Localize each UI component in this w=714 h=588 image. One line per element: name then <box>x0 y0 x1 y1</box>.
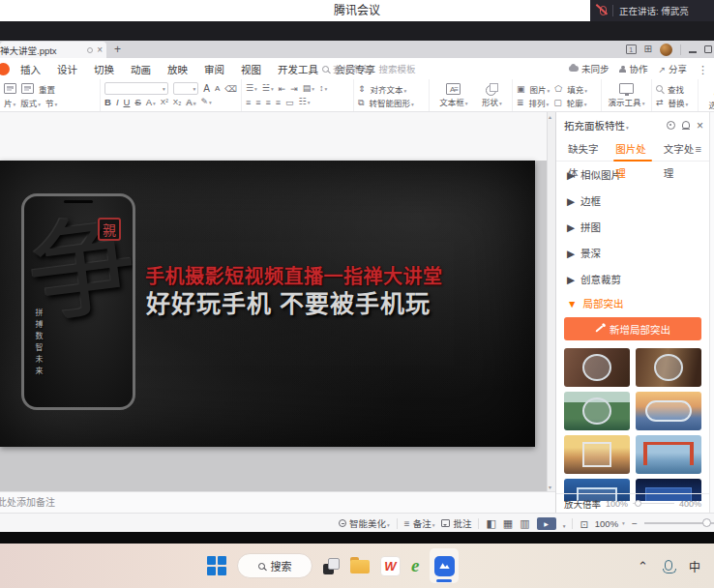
align-center-icon[interactable]: ≡ <box>255 98 260 107</box>
vertical-scrollbar[interactable] <box>547 112 555 491</box>
strikethrough-button[interactable]: S <box>134 97 140 107</box>
panel-title[interactable]: 拓充面板特性 <box>564 118 629 132</box>
tab-missing-fonts[interactable]: 缺失字体 <box>562 137 608 162</box>
zoom-percent[interactable]: 100% <box>595 518 625 529</box>
bold-button[interactable]: B <box>104 97 111 107</box>
magnify-slider[interactable] <box>633 503 674 505</box>
textbox-button[interactable]: 文本框 <box>439 81 467 109</box>
menu-animation[interactable]: 动画 <box>131 62 151 76</box>
line-spacing-icon[interactable]: ↕ <box>319 83 327 94</box>
picture-button[interactable]: 图片 <box>530 83 550 95</box>
add-local-highlight-button[interactable]: 新增局部突出 <box>564 317 701 340</box>
tray-mic-icon[interactable] <box>665 560 672 571</box>
comments-button[interactable]: 批注 <box>441 516 471 530</box>
justify-icon[interactable]: ≡ <box>276 98 281 107</box>
font-size-select[interactable] <box>173 82 198 95</box>
effect-sample-bridge[interactable] <box>636 435 701 474</box>
shapes-button[interactable]: 形状 <box>482 81 502 109</box>
fit-slide-icon[interactable] <box>580 514 587 532</box>
play-dropdown-icon[interactable] <box>563 514 566 532</box>
new-slide-button[interactable]: 片 <box>4 97 15 108</box>
slide-sorter-icon[interactable]: ▦ <box>503 517 513 529</box>
menu-transition[interactable]: 切换 <box>94 62 114 76</box>
font-color-button[interactable]: A <box>146 97 156 107</box>
effect-sample-coffee[interactable] <box>564 348 630 387</box>
zoom-out-button[interactable]: − <box>632 518 638 529</box>
page-view-icon[interactable] <box>626 44 637 54</box>
section-button[interactable]: 节 <box>45 97 57 108</box>
share-button[interactable]: 分享 <box>658 62 687 75</box>
tray-chevron-icon[interactable] <box>638 557 648 574</box>
outline-button[interactable]: 轮廓 <box>567 97 587 108</box>
new-tab-button[interactable]: + <box>114 43 121 56</box>
increase-font-button[interactable]: A <box>203 83 210 94</box>
reset-icon[interactable] <box>21 83 34 94</box>
effect-sample-skyline[interactable] <box>636 392 701 430</box>
section-creative-crop[interactable]: 创意裁剪 <box>556 266 709 292</box>
restore-button[interactable] <box>704 45 712 53</box>
align-left-icon[interactable]: ≡ <box>246 98 251 107</box>
clear-format-icon[interactable]: ⌫ <box>224 84 237 94</box>
menu-review[interactable]: 审阅 <box>204 62 224 76</box>
to-smartart-button[interactable]: 转智能图形 <box>369 97 413 108</box>
minimize-button[interactable] <box>689 51 697 52</box>
user-avatar[interactable] <box>660 44 672 56</box>
section-similar-images[interactable]: 相似图片 <box>556 162 709 188</box>
bullets-icon[interactable]: ☰ <box>246 83 257 94</box>
highlight-pen-icon[interactable]: ✎ <box>200 97 211 107</box>
replace-button[interactable]: 替换 <box>669 97 689 108</box>
find-button[interactable]: 查找 <box>668 83 684 95</box>
ime-indicator[interactable]: 中 <box>689 558 700 574</box>
underline-button[interactable]: U <box>124 97 131 107</box>
menu-design[interactable]: 设计 <box>57 62 77 76</box>
layout-icon[interactable] <box>4 83 16 94</box>
menu-slideshow[interactable]: 放映 <box>167 62 188 76</box>
notes-button[interactable]: 备注 <box>404 516 435 530</box>
layout-button[interactable]: 版式 <box>20 97 41 108</box>
section-collage[interactable]: 拼图 <box>556 214 709 240</box>
reset-label[interactable]: 重置 <box>39 83 55 95</box>
text-effect-button[interactable]: A <box>186 97 195 107</box>
tab-image-processing[interactable]: 图片处理 <box>610 137 655 162</box>
text-direction-icon[interactable]: ▤ <box>303 83 314 94</box>
zoom-slider[interactable] <box>644 522 714 524</box>
distribute-icon[interactable]: ▭ <box>285 98 294 107</box>
windows-start-button[interactable] <box>207 556 226 575</box>
slide-subtitle-white[interactable]: 好好玩手机 不要被手机玩 <box>146 284 431 319</box>
subscript-button[interactable]: X₂ <box>173 98 181 106</box>
collaborate-button[interactable]: 协作 <box>619 62 647 75</box>
menu-view[interactable]: 视图 <box>241 62 261 76</box>
effect-sample-sunset[interactable] <box>564 435 630 474</box>
slide-canvas[interactable]: 争 親 拼搏数智未来 手机摄影短视频直播一指禅大讲堂 好好玩手机 不要被手机玩 <box>0 161 535 447</box>
numbering-icon[interactable]: ☱ <box>262 83 274 94</box>
arrange-button[interactable]: 排列 <box>529 97 550 108</box>
select-button[interactable]: 选择 <box>702 81 714 109</box>
italic-button[interactable]: I <box>116 97 119 107</box>
wps-logo-icon[interactable] <box>0 63 10 75</box>
decrease-indent-icon[interactable]: ⇤ <box>279 84 286 94</box>
file-explorer-button[interactable] <box>350 560 370 574</box>
panel-tab-menu-icon[interactable] <box>696 143 701 155</box>
panel-close-icon[interactable] <box>697 116 703 133</box>
pin-bell-icon[interactable] <box>682 121 690 129</box>
tab-close-icon[interactable]: × <box>97 45 103 55</box>
phone-image[interactable]: 争 親 拼搏数智未来 <box>21 193 135 410</box>
normal-view-icon[interactable]: ◧ <box>486 517 495 529</box>
slideshow-play-button[interactable] <box>537 517 556 530</box>
effect-sample-lake[interactable] <box>564 392 630 430</box>
increase-indent-icon[interactable]: ⇥ <box>290 84 298 94</box>
mic-muted-icon[interactable] <box>600 6 607 15</box>
menu-devtools[interactable]: 开发工具 <box>278 62 318 76</box>
fill-button[interactable]: 填充 <box>567 83 587 95</box>
zoom-slider-handle[interactable] <box>702 518 711 527</box>
menu-insert[interactable]: 插入 <box>20 62 41 76</box>
reading-view-icon[interactable]: ▥ <box>520 517 529 529</box>
present-tools-button[interactable]: 演示工具 <box>606 81 647 109</box>
section-depth[interactable]: 景深 <box>556 240 709 266</box>
magnify-slider-handle[interactable] <box>635 500 641 507</box>
font-name-select[interactable] <box>104 82 168 95</box>
document-tab[interactable]: 禅大讲堂.pptx × <box>0 42 106 58</box>
sync-status[interactable]: 未同步 <box>569 62 610 75</box>
decrease-font-button[interactable]: A <box>215 84 220 93</box>
notes-bar[interactable]: 此处添加备注 <box>0 491 555 513</box>
